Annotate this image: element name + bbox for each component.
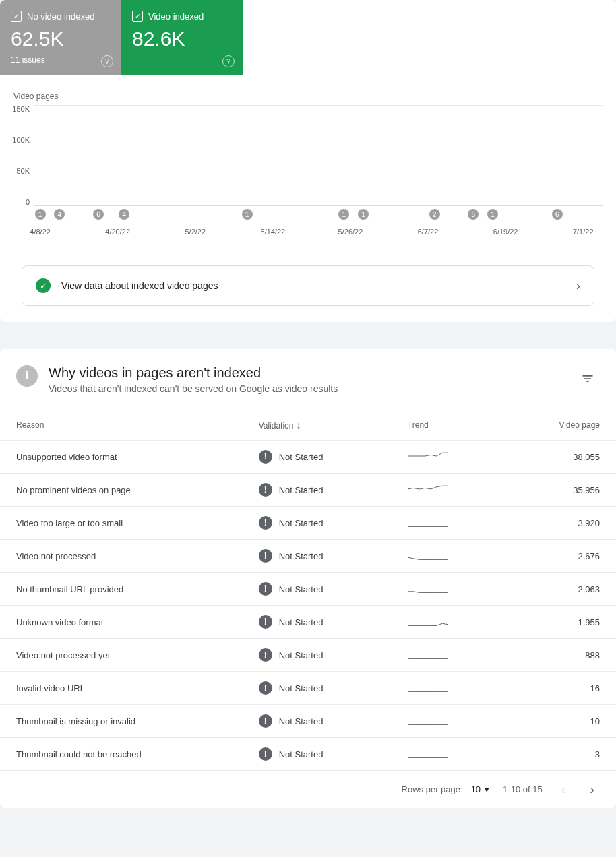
reason-cell: Unsupported video format [0,441,243,474]
next-page-button[interactable]: › [584,779,600,800]
table-row[interactable]: No prominent videos on page!Not Started3… [0,474,616,507]
card-value: 62.5K [11,27,111,51]
warning-icon: ! [259,516,272,530]
reason-cell: Video not processed [0,540,243,573]
reason-cell: No prominent videos on page [0,474,243,507]
table-row[interactable]: No thumbnail URL provided!Not Started2,0… [0,573,616,606]
card-label: No video indexed [27,11,94,22]
table-row[interactable]: Thumbnail could not be reached!Not Start… [0,738,616,771]
warning-icon: ! [259,648,272,662]
reason-cell: Thumbnail could not be reached [0,738,243,771]
reason-cell: Video too large or too small [0,507,243,540]
checkbox-icon: ✓ [132,11,143,22]
validation-cell: !Not Started [259,582,375,596]
validation-cell: !Not Started [259,714,375,728]
info-icon: i [16,365,38,387]
pages-cell: 16 [503,672,616,705]
issues-table: Reason Validation↓ Trend Video page Unsu… [0,410,616,771]
validation-cell: !Not Started [259,747,375,761]
table-row[interactable]: Video too large or too small!Not Started… [0,507,616,540]
warning-icon: ! [259,615,272,629]
validation-cell: !Not Started [259,516,375,530]
help-icon[interactable]: ? [222,55,235,67]
table-row[interactable]: Video not processed!Not Started2,676 [0,540,616,573]
trend-cell [392,606,503,639]
chart-x-axis: 4/8/224/20/225/2/225/14/225/26/226/7/226… [34,228,603,239]
warning-icon: ! [259,681,272,695]
reason-cell: Unknown video format [0,606,243,639]
warning-icon: ! [259,483,272,497]
trend-cell [392,573,503,606]
table-row[interactable]: Video not processed yet!Not Started888 [0,639,616,672]
pages-cell: 2,676 [503,540,616,573]
pages-cell: 35,956 [503,474,616,507]
rows-per-page-select[interactable]: 10 ▾ [471,784,489,794]
trend-cell [392,705,503,738]
pages-cell: 3,920 [503,507,616,540]
table-row[interactable]: Unknown video format!Not Started1,955 [0,606,616,639]
dropdown-icon: ▾ [485,784,489,794]
pagination: Rows per page: 10 ▾ 1-10 of 15 ‹ › [0,771,616,808]
chart-title: Video pages [13,92,603,101]
validation-cell: !Not Started [259,648,375,662]
reason-cell: Thumbnail is missing or invalid [0,705,243,738]
trend-cell [392,639,503,672]
section-title: Why videos in pages aren't indexed [49,365,565,381]
table-row[interactable]: Thumbnail is missing or invalid!Not Star… [0,705,616,738]
col-trend[interactable]: Trend [392,410,503,441]
chart-markers: 14641112616 [34,209,603,222]
trend-cell [392,672,503,705]
summary-panel: ✓ No video indexed 62.5K 11 issues ? ✓ V… [0,0,616,322]
pages-cell: 3 [503,738,616,771]
warning-icon: ! [259,714,272,728]
pagination-range: 1-10 of 15 [503,784,543,794]
card-issues: 11 issues [11,55,111,65]
check-icon: ✓ [36,278,51,293]
warning-icon: ! [259,747,272,761]
card-no-video-indexed[interactable]: ✓ No video indexed 62.5K 11 issues ? [0,0,121,75]
trend-cell [392,474,503,507]
table-row[interactable]: Unsupported video format!Not Started38,0… [0,441,616,474]
metric-cards: ✓ No video indexed 62.5K 11 issues ? ✓ V… [0,0,616,75]
validation-cell: !Not Started [259,615,375,629]
card-label: Video indexed [148,11,204,22]
chart-bars [34,105,603,206]
validation-cell: !Not Started [259,681,375,695]
filter-icon[interactable] [576,367,600,393]
trend-cell [392,540,503,573]
card-video-indexed[interactable]: ✓ Video indexed 82.6K ? [121,0,243,75]
warning-icon: ! [259,549,272,563]
trend-cell [392,738,503,771]
col-validation[interactable]: Validation↓ [243,410,392,441]
chart-y-axis: 150K100K50K0 [0,105,34,206]
sort-arrow-icon: ↓ [296,420,301,431]
trend-cell [392,441,503,474]
validation-cell: !Not Started [259,450,375,464]
trend-cell [392,507,503,540]
validation-cell: !Not Started [259,549,375,563]
reason-cell: No thumbnail URL provided [0,573,243,606]
chart-area: Video pages 150K100K50K0 14641112616 4/8… [0,75,616,255]
pages-cell: 888 [503,639,616,672]
view-indexed-data-link[interactable]: ✓ View data about indexed video pages › [22,265,594,306]
warning-icon: ! [259,582,272,596]
issues-panel: i Why videos in pages aren't indexed Vid… [0,349,616,808]
col-pages[interactable]: Video page [503,410,616,441]
pages-cell: 38,055 [503,441,616,474]
reason-cell: Video not processed yet [0,639,243,672]
reason-cell: Invalid video URL [0,672,243,705]
validation-cell: !Not Started [259,483,375,497]
rows-per-page-label: Rows per page: [402,784,463,794]
link-text: View data about indexed video pages [61,280,565,291]
table-row[interactable]: Invalid video URL!Not Started16 [0,672,616,705]
pages-cell: 2,063 [503,573,616,606]
help-icon[interactable]: ? [101,55,113,67]
checkbox-icon: ✓ [11,11,22,22]
col-reason[interactable]: Reason [0,410,243,441]
warning-icon: ! [259,450,272,464]
section-subtitle: Videos that aren't indexed can't be serv… [49,383,565,394]
prev-page-button[interactable]: ‹ [556,779,572,800]
pages-cell: 10 [503,705,616,738]
chevron-right-icon: › [576,279,580,293]
card-value: 82.6K [132,27,232,51]
